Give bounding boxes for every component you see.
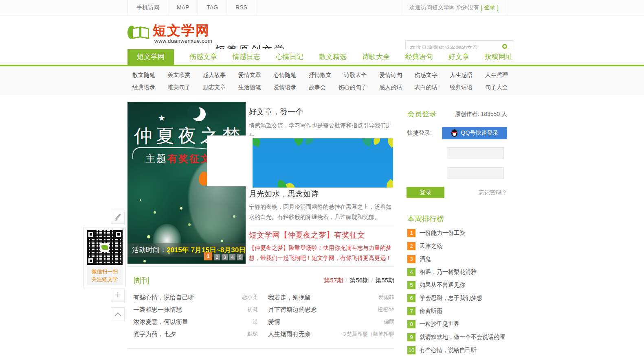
username-field[interactable] bbox=[442, 147, 504, 159]
article-link[interactable]: 我若走，别挽留 bbox=[268, 291, 311, 304]
subnav-link[interactable]: 唯美句子 bbox=[168, 84, 191, 91]
topbar-welcome: 欢迎访问短文学网 您还没有 [ 登录 ] bbox=[401, 0, 507, 15]
nav-item-prose[interactable]: 散文精选 bbox=[319, 49, 347, 65]
topbar-link-map[interactable]: MAP bbox=[168, 0, 198, 15]
nav-item-poetry[interactable]: 诗歌大全 bbox=[362, 49, 390, 65]
site-logo[interactable]: 短文学网 www.duanwenxue.com bbox=[127, 22, 209, 45]
topbar-link-rss[interactable]: RSS bbox=[227, 0, 256, 15]
ranking-item[interactable]: 4相遇，乃一树梨花清雅 bbox=[407, 268, 509, 276]
article-title[interactable]: 好文章，赞一个 bbox=[249, 107, 303, 117]
article-link[interactable]: 煮字为药，七夕 bbox=[133, 328, 176, 340]
leaf-decor bbox=[385, 138, 393, 148]
list-item: 有些心情，说给自己听恋小柔 bbox=[133, 291, 258, 304]
ranking-item[interactable]: 6学会忍耐，忠于我们梦想 bbox=[407, 294, 509, 302]
subnav-link[interactable]: 抒情散文 bbox=[309, 72, 332, 79]
book-logo-icon bbox=[127, 24, 150, 42]
nav-item-emotion-diary[interactable]: 情感日志 bbox=[233, 49, 260, 65]
subnav-link[interactable]: 句子大全 bbox=[485, 84, 508, 91]
slider-page-2[interactable]: 2 bbox=[214, 254, 220, 260]
topbar-link-tag[interactable]: TAG bbox=[198, 0, 227, 15]
subnav-link[interactable]: 美文欣赏 bbox=[168, 72, 191, 79]
ranking-item[interactable]: 5如果从不曾遇见你 bbox=[407, 281, 509, 289]
subnav-link[interactable]: 励志文章 bbox=[203, 84, 226, 91]
leaf-decor bbox=[305, 138, 314, 145]
nav-item-submit[interactable]: 投稿网址 bbox=[485, 49, 512, 65]
subnav-link[interactable]: 爱情诗句 bbox=[379, 72, 402, 79]
subnav-link[interactable]: 人生哲理 bbox=[485, 72, 508, 79]
ranking-item[interactable]: 10有些心情，说给自己听 bbox=[407, 346, 509, 354]
nav-item-home[interactable]: 短文学网 bbox=[127, 49, 174, 65]
issue-tab-56[interactable]: 第56期 bbox=[349, 277, 369, 284]
login-button[interactable]: 登录 bbox=[407, 187, 444, 198]
rank-badge: 7 bbox=[407, 307, 415, 315]
slider-page-3[interactable]: 3 bbox=[222, 254, 228, 260]
subnav-link[interactable]: 感人的话 bbox=[379, 84, 402, 91]
issue-tab-55[interactable]: 第55期 bbox=[375, 277, 394, 284]
forgot-password-link[interactable]: 忘记密码？ bbox=[479, 189, 507, 197]
article-title[interactable]: 月光如水，思念如诗 bbox=[249, 189, 319, 199]
header: 短文学网 www.duanwenxue.com 短篇原创文学 bbox=[0, 15, 644, 49]
qr-logo-icon bbox=[100, 243, 109, 252]
weekly-list-right: 我若走，别挽留爱雨菲 月下荷塘边的思念橙橙de 爱情偏隅 人生烟雨有无奈つ楚薝雁… bbox=[268, 291, 394, 340]
rank-badge: 1 bbox=[407, 229, 415, 237]
subnav-link[interactable]: 经典话语 bbox=[450, 84, 473, 91]
subnav-link[interactable]: 感人故事 bbox=[203, 72, 226, 79]
weekly-list-left: 有些心情，说给自己听恋小柔 一袭相思一抹情愁初凝 浓浓爱意，何以衡量漠 煮字为药… bbox=[133, 291, 258, 340]
rank-badge: 8 bbox=[407, 320, 415, 328]
subnav-link[interactable]: 伤心的句子 bbox=[338, 84, 367, 91]
issue-tab-57[interactable]: 第57期 bbox=[324, 277, 343, 284]
weekly-title: 周刊 bbox=[133, 275, 149, 286]
qr-code-image bbox=[87, 230, 123, 265]
add-button[interactable]: + bbox=[111, 288, 125, 302]
password-field[interactable] bbox=[442, 167, 504, 179]
article-link[interactable]: 浓浓爱意，何以衡量 bbox=[133, 316, 188, 328]
search-icon bbox=[502, 44, 507, 49]
write-button[interactable] bbox=[111, 210, 125, 224]
ranking-item[interactable]: 8一粒沙里见世界 bbox=[407, 320, 509, 328]
subnav-link[interactable]: 伤感文字 bbox=[415, 72, 437, 79]
subnav-link[interactable]: 人生感悟 bbox=[450, 72, 473, 79]
nav-item-mood-diary[interactable]: 心情日记 bbox=[276, 49, 303, 65]
subnav-link[interactable]: 爱情语录 bbox=[273, 84, 296, 91]
author-count: 原创作者: 183550 人 bbox=[455, 111, 507, 118]
subnav-link[interactable]: 故事会 bbox=[309, 84, 326, 91]
ranking-item[interactable]: 1一份能力一份工资 bbox=[407, 229, 509, 237]
subnav-link[interactable]: 生活随笔 bbox=[238, 84, 261, 91]
slider-page-1[interactable]: 1 bbox=[204, 252, 212, 260]
ranking-item[interactable]: 9就请默默地，做一个不会说话的哑 bbox=[407, 333, 509, 341]
ranking-item[interactable]: 2天津之殇 bbox=[407, 242, 509, 250]
nav-item-sad-articles[interactable]: 伤感文章 bbox=[189, 49, 217, 65]
subnav-link[interactable]: 表白的话 bbox=[415, 84, 437, 91]
subnav-link[interactable]: 诗歌大全 bbox=[344, 72, 367, 79]
slider-page-5[interactable]: 5 bbox=[237, 254, 243, 260]
rank-badge: 4 bbox=[407, 268, 415, 276]
subnav-link[interactable]: 爱情文章 bbox=[238, 72, 261, 79]
ad-banner-image[interactable] bbox=[253, 138, 393, 188]
topbar-login-link[interactable]: [ 登录 ] bbox=[481, 4, 499, 11]
qq-login-button[interactable]: QQ号快速登录 bbox=[442, 127, 507, 139]
nav-item-classic-quotes[interactable]: 经典语句 bbox=[405, 49, 433, 65]
article-link[interactable]: 月下荷塘边的思念 bbox=[268, 304, 317, 316]
subnav-link[interactable]: 经典语录 bbox=[132, 84, 155, 91]
article-link[interactable]: 一袭相思一抹情愁 bbox=[133, 304, 182, 316]
back-to-top-button[interactable] bbox=[111, 307, 125, 321]
author: 默琛 bbox=[244, 328, 258, 340]
list-item: 我若走，别挽留爱雨菲 bbox=[268, 291, 394, 304]
rank-badge: 3 bbox=[407, 255, 415, 263]
nav-item-good-articles[interactable]: 好文章 bbox=[448, 49, 469, 65]
subnav-link[interactable]: 散文随笔 bbox=[132, 72, 155, 79]
article-link[interactable]: 有些心情，说给自己听 bbox=[133, 291, 194, 304]
floating-ad-overlay bbox=[207, 135, 447, 186]
article-link[interactable]: 爱情 bbox=[268, 316, 280, 328]
author: 漠 bbox=[249, 316, 258, 328]
subnav-link[interactable]: 心情随笔 bbox=[273, 72, 296, 79]
site-name: 短文学网 bbox=[153, 22, 210, 40]
ranking-item[interactable]: 7倚窗听雨 bbox=[407, 307, 509, 315]
ranking-item[interactable]: 3酒鬼 bbox=[407, 255, 509, 263]
topbar-links: 手机访问 MAP TAG RSS bbox=[127, 0, 256, 15]
list-item: 人生烟雨有无奈つ楚薝雁丽（随笔拒聊 bbox=[268, 328, 394, 340]
topbar-link-mobile[interactable]: 手机访问 bbox=[127, 0, 168, 15]
article-title-highlight[interactable]: 短文学网【仲夏夜之梦】有奖征文 bbox=[249, 230, 365, 240]
slider-page-4[interactable]: 4 bbox=[229, 254, 235, 260]
article-link[interactable]: 人生烟雨有无奈 bbox=[268, 328, 311, 340]
